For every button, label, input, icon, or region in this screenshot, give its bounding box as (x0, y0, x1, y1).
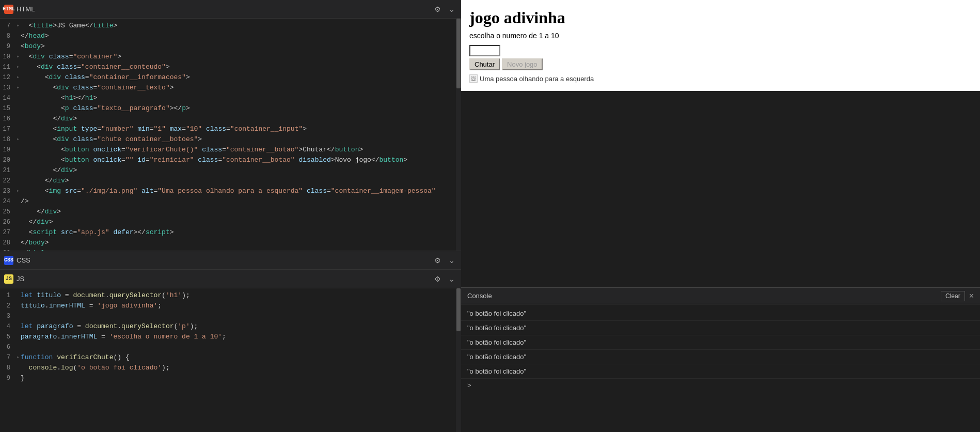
js-settings-button[interactable]: ⚙ (432, 274, 442, 284)
preview-title: jogo adivinha (469, 8, 972, 27)
preview-image-placeholder: 🖼 Uma pessoa olhando para a esquerda (469, 74, 972, 83)
html-tab-bar: HTML HTML ⚙ ⌄ (0, 0, 461, 19)
js-line-7: 7 ▸ function verificarChute() { (0, 352, 461, 363)
code-line-14: 14 <h1></h1> (0, 93, 461, 103)
console-tab-label: Console (467, 292, 492, 300)
console-message-5: "o botão foi clicado" (461, 364, 980, 379)
js-code-area: 1 let titulo = document.querySelector('h… (0, 288, 461, 432)
js-line-8: 8 console.log('o botão foi clicado'); (0, 363, 461, 373)
js-collapse-button[interactable]: ⌄ (447, 274, 457, 284)
js-code-section: 1 let titulo = document.querySelector('h… (0, 288, 461, 432)
css-tab-label: CSS (17, 256, 30, 264)
css-settings-button[interactable]: ⚙ (432, 255, 442, 266)
console-close-button[interactable]: × (969, 291, 974, 301)
html-collapse-button[interactable]: ⌄ (447, 4, 457, 14)
html-settings-button[interactable]: ⚙ (432, 4, 442, 14)
js-line-1: 1 let titulo = document.querySelector('h… (0, 290, 461, 301)
js-line-5: 5 paragrafo.innerHTML = 'escolha o numer… (0, 332, 461, 342)
broken-image-icon: 🖼 (469, 74, 478, 83)
html-scrollbar[interactable] (456, 19, 461, 251)
css-collapse-button[interactable]: ⌄ (447, 255, 457, 266)
console-controls: Clear × (941, 291, 974, 301)
code-line-22: 22 </div> (0, 176, 461, 186)
console-message-1: "o botão foi clicado" (461, 306, 980, 321)
code-line-29: 29 </html> (0, 248, 461, 251)
html-tab-label: HTML (17, 5, 35, 13)
code-line-9: 9 <body> (0, 41, 461, 52)
js-tab-icon: JS (4, 274, 13, 284)
console-prompt[interactable]: > (461, 379, 980, 393)
code-line-23: 23 ▸ <img src="./img/ia.png" alt="Uma pe… (0, 186, 461, 196)
js-line-3: 3 (0, 311, 461, 321)
js-line-2: 2 titulo.innerHTML = 'jogo adivinha'; (0, 301, 461, 311)
preview-panel: jogo adivinha escolha o numero de 1 a 10… (461, 0, 980, 91)
preview-img-alt-text: Uma pessoa olhando para a esquerda (480, 75, 594, 83)
code-line-28: 28 </body> (0, 238, 461, 248)
code-line-27: 27 <script src="app.js" defer></script> (0, 227, 461, 238)
preview-chutar-button[interactable]: Chutar (469, 58, 500, 70)
code-line-21: 21 </div> (0, 165, 461, 176)
css-tab-icon: CSS (4, 256, 13, 265)
js-line-4: 4 let paragrafo = document.querySelector… (0, 321, 461, 332)
code-line-12: 12 ▸ <div class="container__informacoes"… (0, 72, 461, 83)
code-line-8: 8 </head> (0, 31, 461, 41)
preview-novo-jogo-button[interactable]: Novo jogo (502, 58, 543, 70)
console-panel: Console Clear × "o botão foi clicado" "o… (461, 287, 980, 432)
code-line-15: 15 <p class="texto__paragrafo"></p> (0, 103, 461, 114)
console-tab-bar: Console Clear × (461, 288, 980, 304)
js-tab-label: JS (17, 275, 24, 283)
preview-subtitle: escolha o numero de 1 a 10 (469, 32, 972, 40)
console-clear-button[interactable]: Clear (941, 291, 965, 301)
preview-buttons: Chutar Novo jogo (469, 58, 972, 70)
code-line-19: 19 <button onclick="verificarChute()" cl… (0, 145, 461, 155)
js-tab-bar: JS JS ⚙ ⌄ (0, 270, 461, 288)
html-code-area: 7 ▸ <title>JS Game</title> 8 </head> 9 <… (0, 19, 461, 251)
code-line-17: 17 <input type="number" min="1" max="10"… (0, 124, 461, 134)
code-line-11: 11 ▸ <div class="container__conteudo"> (0, 62, 461, 72)
console-message-2: "o botão foi clicado" (461, 321, 980, 335)
preview-area: jogo adivinha escolha o numero de 1 a 10… (461, 0, 980, 91)
code-line-26: 26 </div> (0, 217, 461, 227)
css-tab-controls: ⚙ ⌄ (432, 255, 457, 266)
code-line-18: 18 ▸ <div class="chute container__botoes… (0, 134, 461, 145)
html-code-section: 7 ▸ <title>JS Game</title> 8 </head> 9 <… (0, 19, 461, 251)
code-line-25: 25 </div> (0, 207, 461, 217)
right-area: jogo adivinha escolha o numero de 1 a 10… (461, 0, 980, 432)
console-message-4: "o botão foi clicado" (461, 350, 980, 364)
preview-number-input[interactable] (469, 45, 500, 56)
html-tab-icon: HTML (4, 5, 13, 14)
editor-panel: HTML HTML ⚙ ⌄ 7 ▸ <title>JS Game</title>… (0, 0, 461, 432)
code-line-24: 24 /> (0, 196, 461, 207)
code-line-7: 7 ▸ <title>JS Game</title> (0, 21, 461, 31)
console-output: "o botão foi clicado" "o botão foi clica… (461, 304, 980, 432)
js-tab-controls: ⚙ ⌄ (432, 274, 457, 284)
code-line-16: 16 </div> (0, 114, 461, 124)
console-message-3: "o botão foi clicado" (461, 335, 980, 350)
css-tab-bar: CSS CSS ⚙ ⌄ (0, 251, 461, 270)
html-tab-controls: ⚙ ⌄ (432, 4, 457, 14)
js-line-6: 6 (0, 342, 461, 352)
js-line-9: 9 } (0, 373, 461, 383)
code-line-20: 20 <button onclick="" id="reiniciar" cla… (0, 155, 461, 165)
code-line-13: 13 ▸ <div class="container__texto"> (0, 83, 461, 93)
js-scrollbar[interactable] (456, 288, 461, 432)
code-line-10: 10 ▸ <div class="container"> (0, 52, 461, 62)
